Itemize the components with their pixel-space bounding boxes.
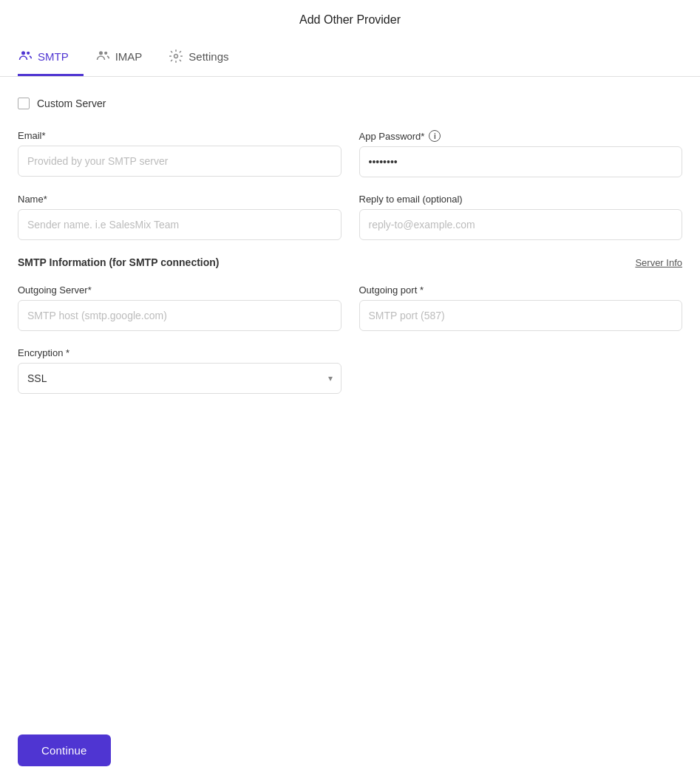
name-reply-row: Name* Reply to email (optional) bbox=[18, 194, 682, 240]
svg-point-2 bbox=[99, 51, 103, 55]
reply-to-group: Reply to email (optional) bbox=[359, 194, 683, 240]
tab-imap-label: IMAP bbox=[115, 50, 143, 63]
email-label: Email* bbox=[18, 130, 341, 141]
tab-imap[interactable]: IMAP bbox=[95, 38, 157, 76]
email-password-row: Email* App Password* i bbox=[18, 130, 682, 177]
svg-point-0 bbox=[21, 51, 25, 55]
page-title: Add Other Provider bbox=[0, 0, 700, 38]
encryption-label: Encryption * bbox=[18, 347, 341, 358]
tabs-container: SMTP IMAP Settings bbox=[0, 38, 700, 77]
tab-settings[interactable]: Settings bbox=[169, 38, 243, 76]
reply-to-input[interactable] bbox=[359, 209, 683, 240]
footer-area: Continue bbox=[18, 734, 111, 766]
email-group: Email* bbox=[18, 130, 341, 177]
smtp-section-title: SMTP Information (for SMTP connection) bbox=[18, 256, 219, 268]
server-info-link[interactable]: Server Info bbox=[635, 257, 682, 268]
email-input[interactable] bbox=[18, 146, 341, 177]
content-area: Custom Server Email* App Password* i Nam… bbox=[0, 77, 700, 428]
outgoing-server-input[interactable] bbox=[18, 300, 341, 331]
app-password-label-row: App Password* i bbox=[359, 130, 683, 142]
outgoing-port-input[interactable] bbox=[359, 300, 683, 331]
svg-point-4 bbox=[174, 55, 178, 58]
outgoing-server-label: Outgoing Server* bbox=[18, 284, 341, 296]
smtp-people-icon bbox=[18, 49, 33, 64]
name-group: Name* bbox=[18, 194, 341, 240]
encryption-select-wrapper: SSL TLS STARTTLS None ▾ bbox=[18, 363, 341, 394]
imap-people-icon bbox=[95, 49, 110, 64]
custom-server-row: Custom Server bbox=[18, 98, 682, 109]
outgoing-port-group: Outgoing port * bbox=[359, 284, 683, 331]
custom-server-label[interactable]: Custom Server bbox=[37, 98, 106, 109]
name-input[interactable] bbox=[18, 209, 341, 240]
name-label: Name* bbox=[18, 194, 341, 205]
outgoing-row: Outgoing Server* Outgoing port * bbox=[18, 284, 682, 331]
smtp-section-header: SMTP Information (for SMTP connection) S… bbox=[18, 256, 682, 268]
app-password-info-icon[interactable]: i bbox=[429, 130, 441, 142]
app-password-label: App Password* bbox=[359, 131, 425, 142]
tab-smtp[interactable]: SMTP bbox=[18, 38, 84, 76]
svg-point-3 bbox=[104, 52, 107, 55]
svg-point-1 bbox=[27, 52, 30, 55]
encryption-row: Encryption * SSL TLS STARTTLS None ▾ bbox=[18, 347, 682, 394]
encryption-group: Encryption * SSL TLS STARTTLS None ▾ bbox=[18, 347, 341, 394]
encryption-select[interactable]: SSL TLS STARTTLS None bbox=[18, 363, 341, 394]
app-password-group: App Password* i bbox=[359, 130, 683, 177]
tab-settings-label: Settings bbox=[188, 50, 228, 63]
custom-server-checkbox[interactable] bbox=[18, 98, 30, 109]
continue-button[interactable]: Continue bbox=[18, 734, 111, 766]
reply-to-label: Reply to email (optional) bbox=[359, 194, 683, 205]
tab-smtp-label: SMTP bbox=[38, 50, 69, 63]
outgoing-port-label: Outgoing port * bbox=[359, 284, 683, 296]
app-password-input[interactable] bbox=[359, 146, 683, 177]
outgoing-server-group: Outgoing Server* bbox=[18, 284, 341, 331]
settings-gear-icon bbox=[169, 49, 183, 64]
